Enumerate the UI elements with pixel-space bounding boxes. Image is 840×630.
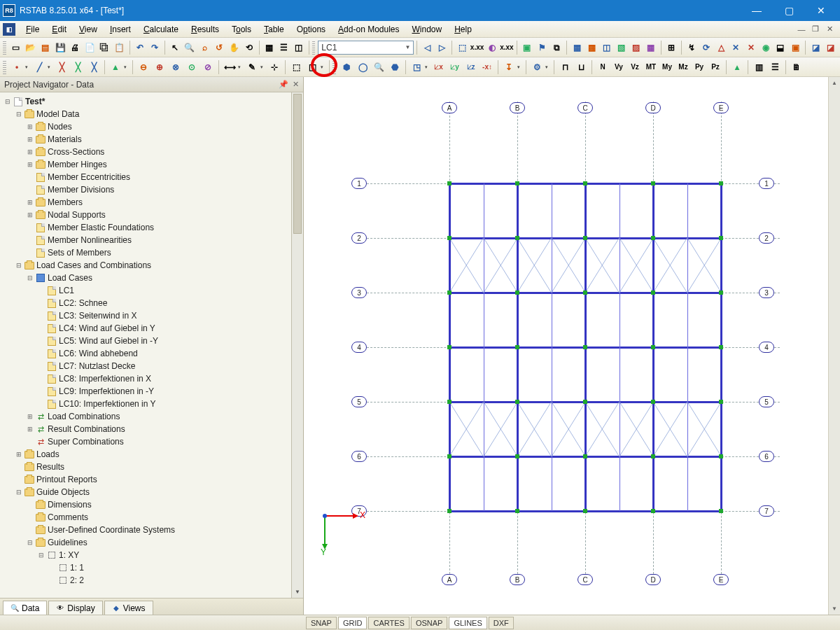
if-pz-button[interactable]: Pz (708, 59, 723, 75)
layers-button[interactable]: ☰ (767, 59, 783, 75)
tree-item[interactable]: User-Defined Coordinate Systems (48, 525, 175, 535)
zoom-window-button[interactable]: 🔍 (183, 40, 197, 55)
tree-item[interactable]: Comments (48, 512, 88, 522)
table-button[interactable]: ▦ (262, 40, 276, 55)
menu-window[interactable]: Window (406, 23, 449, 36)
line-a-button[interactable]: ╳ (54, 59, 69, 75)
select-button[interactable]: ↖ (168, 40, 182, 55)
tree-loadcases[interactable]: Load Cases (48, 273, 92, 283)
menu-help[interactable]: Help (448, 23, 478, 36)
tree-model-data[interactable]: Model Data (36, 109, 79, 119)
zoom-prev-button[interactable]: ↺ (212, 40, 226, 55)
report-button[interactable]: 🗎 (789, 59, 804, 75)
render-e-button[interactable]: ▦ (644, 40, 658, 55)
res-b-button[interactable]: ⊔ (573, 59, 589, 75)
undo-button[interactable]: ↶ (133, 40, 147, 55)
hinge-d-button[interactable]: ⊙ (184, 59, 200, 75)
res-a-button[interactable]: ⊓ (557, 59, 573, 75)
toolbar-grip[interactable] (3, 41, 6, 55)
tree-lc[interactable]: LC7: Nutzlast Decke (59, 361, 135, 371)
close-button[interactable]: ✕ (805, 0, 837, 21)
copy-button[interactable]: ⿻ (97, 40, 111, 55)
nav-tab-data[interactable]: 🔍Data (3, 601, 47, 615)
redo-button[interactable]: ↷ (148, 40, 162, 55)
results-contour-button[interactable]: ◐ (485, 40, 499, 55)
open-button[interactable]: 📂 (24, 40, 38, 55)
if-n-button[interactable]: N (595, 59, 610, 75)
status-cartes[interactable]: CARTES (368, 617, 409, 629)
if-vy-button[interactable]: Vy (611, 59, 626, 75)
tree-guidelines[interactable]: Guidelines (48, 538, 88, 547)
tree-item[interactable]: Sets of Members (48, 248, 111, 258)
if-my-button[interactable]: My (659, 59, 675, 75)
tree-item[interactable]: Member Nonlinearities (48, 235, 132, 245)
minimize-button[interactable]: — (741, 0, 773, 21)
mdi-close[interactable]: ✕ (825, 24, 834, 34)
tree-item[interactable]: Member Eccentricities (48, 172, 130, 182)
sup-a-button[interactable]: ▴ (729, 59, 745, 75)
select-crossing-button[interactable]: ◫ (304, 59, 320, 75)
navigator-close-icon[interactable]: ✕ (293, 80, 299, 89)
menu-results[interactable]: Results (185, 23, 225, 36)
new-button[interactable]: ▭ (9, 40, 23, 55)
menu-addon[interactable]: Add-on Modules (332, 23, 405, 36)
status-dxf[interactable]: DXF (489, 617, 514, 629)
tree-item[interactable]: 2: 2 (70, 575, 84, 585)
tree-item[interactable]: Nodes (48, 122, 72, 132)
paste-button[interactable]: 📋 (113, 40, 127, 55)
menu-file[interactable]: File (20, 23, 46, 36)
misc-11-button[interactable]: ◪ (823, 40, 837, 55)
toolbar-grip[interactable] (332, 60, 336, 74)
tree-root[interactable]: Test* (25, 97, 45, 106)
tool-b-button[interactable]: ⚑ (535, 40, 549, 55)
project-manager-button[interactable]: ▤ (38, 40, 52, 55)
member-button[interactable]: ╱ (31, 59, 47, 75)
tree-lcc[interactable]: Load Cases and Combinations (36, 260, 151, 270)
tree-item[interactable]: Materials (48, 134, 82, 144)
render-d-button[interactable]: ▨ (629, 40, 643, 55)
colors-button[interactable]: ▥ (751, 59, 766, 75)
misc-10-button[interactable]: ◪ (808, 40, 822, 55)
status-snap[interactable]: SNAP (306, 617, 337, 629)
if-vz-button[interactable]: Vz (627, 59, 643, 75)
tree-results[interactable]: Results (36, 462, 64, 472)
tree-lc[interactable]: LC6: Wind abhebend (59, 349, 138, 358)
support-button[interactable]: ▲ (108, 59, 123, 75)
text-button[interactable]: ✎ (244, 59, 260, 75)
tree-item[interactable]: Member Divisions (48, 185, 114, 195)
plane-a-button[interactable]: ⟀x (431, 59, 447, 75)
guideline-button[interactable]: ⊹ (267, 59, 282, 75)
navigator-button[interactable]: ☰ (277, 40, 291, 55)
misc-8-button[interactable]: ⬓ (774, 40, 788, 55)
tree-item[interactable]: 1: XY (59, 550, 79, 560)
status-osnap[interactable]: OSNAP (411, 617, 448, 629)
hinge-e-button[interactable]: ⊘ (200, 59, 216, 75)
results-xxx-button[interactable]: x.xx (470, 40, 484, 55)
toolbar-grip[interactable] (3, 60, 6, 74)
if-mt-button[interactable]: MT (643, 59, 659, 75)
tree-lc[interactable]: LC1 (59, 286, 74, 295)
tree-super-combos[interactable]: Super Combinations (48, 437, 124, 447)
tree-lc[interactable]: LC5: Wind auf Giebel in -Y (59, 336, 158, 346)
status-grid[interactable]: GRID (338, 617, 368, 629)
misc-6-button[interactable]: ✕ (744, 40, 758, 55)
plane-b-button[interactable]: ⟀y (447, 59, 463, 75)
view-x-button[interactable]: ◯ (355, 59, 370, 75)
next-lc-button[interactable]: ▷ (435, 40, 449, 55)
render-solid-button[interactable]: ▩ (584, 40, 598, 55)
navigator-scrollbar[interactable]: ▲▼ (291, 92, 303, 598)
misc-7-button[interactable]: ◉ (759, 40, 773, 55)
misc-5-button[interactable]: ✕ (729, 40, 743, 55)
menu-tools[interactable]: Tools (225, 23, 258, 36)
tree-item[interactable]: Member Hinges (48, 160, 107, 169)
menu-table[interactable]: Table (258, 23, 290, 36)
tree-load-combos[interactable]: Load Combinations (48, 412, 120, 421)
tool-a-button[interactable]: ▣ (520, 40, 534, 55)
pan-button[interactable]: ✋ (227, 40, 241, 55)
tree-lc[interactable]: LC4: Wind auf Giebel in Y (59, 323, 155, 333)
menu-view[interactable]: View (73, 23, 104, 36)
menu-edit[interactable]: Edit (46, 23, 73, 36)
save-button[interactable]: 💾 (53, 40, 67, 55)
misc-2-button[interactable]: ↯ (685, 40, 699, 55)
plane-xy-button[interactable]: ◳ (409, 59, 424, 75)
